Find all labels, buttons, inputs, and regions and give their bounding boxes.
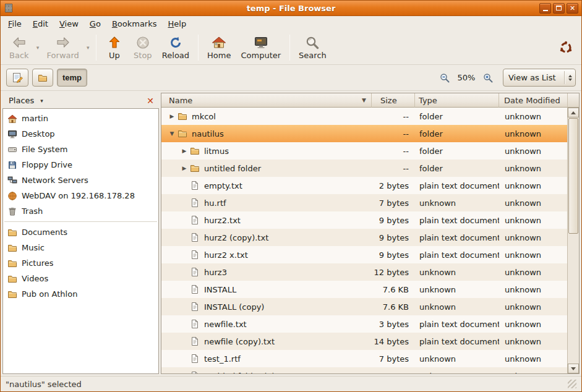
forward-icon (56, 35, 71, 50)
arrow-down-icon (571, 367, 576, 370)
file-row-test-1-rtf[interactable]: test_1.rtf7 bytesunknownunknown (161, 350, 567, 367)
place-desktop[interactable]: Desktop (3, 126, 158, 142)
cell-date-modified: unknown (499, 337, 567, 346)
current-folder-button[interactable]: temp (57, 69, 87, 87)
search-button[interactable]: Search (294, 33, 332, 63)
window-title: temp - File Browser (44, 4, 538, 13)
edit-location-icon (12, 72, 23, 83)
computer-button[interactable]: Computer (236, 33, 286, 63)
up-button[interactable]: Up (100, 33, 129, 63)
side-pane-selector[interactable]: Places ▾ (4, 95, 48, 106)
place-trash[interactable]: Trash (3, 203, 158, 219)
file-row-mkcol[interactable]: ▶mkcol--folderunknown (161, 108, 567, 125)
place-pictures[interactable]: Pictures (3, 255, 158, 271)
file-row-hurz2-x-txt[interactable]: hurz2 x.txt9 bytesplain text documentunk… (161, 246, 567, 263)
file-row-untitled-folder[interactable]: ▶untitled folder--folderunknown (161, 160, 567, 177)
file-name: test_1.rtf (204, 354, 241, 364)
cell-name: untitled folder (2) (161, 371, 372, 373)
column-header-name[interactable]: Name▼ (161, 93, 372, 108)
desktop-icon (7, 129, 17, 139)
cell-date-modified: unknown (499, 285, 567, 294)
window-icon (4, 3, 14, 13)
column-header-date-modified[interactable]: Date Modified (499, 93, 567, 108)
scrollbar-trough[interactable] (568, 117, 579, 364)
file-row-install[interactable]: INSTALL7.6 KBunknownunknown (161, 281, 567, 298)
place-pub-on-athlon[interactable]: Pub on Athlon (3, 286, 158, 302)
sort-indicator-icon: ▼ (362, 97, 366, 103)
close-side-pane-button[interactable]: ✕ (144, 96, 156, 105)
cell-type: unknown (415, 302, 499, 312)
maximize-button[interactable] (553, 3, 565, 14)
toolbar-separator (198, 35, 199, 61)
resize-grip[interactable] (568, 380, 576, 388)
view-as-combobox[interactable]: View as List (503, 69, 576, 87)
zoom-out-button[interactable] (438, 71, 451, 85)
cell-date-modified: unknown (499, 302, 567, 312)
menu-edit[interactable]: Edit (28, 17, 53, 30)
toolbar-button-label: Computer (241, 51, 281, 60)
vertical-scrollbar[interactable] (567, 108, 579, 373)
file-row-nautilus[interactable]: ▼nautilus--folderunknown (161, 125, 567, 142)
file-row-newfile-copy-txt[interactable]: newfile (copy).txt14 bytesplain text doc… (161, 333, 567, 350)
file-row-untitled-folder-2[interactable]: untitled folder (2)1.7 KBunknownunknown (161, 367, 567, 373)
menu-help[interactable]: Help (163, 17, 192, 30)
titlebar[interactable]: temp - File Browser ✕ (1, 1, 581, 16)
minimize-button[interactable] (539, 3, 551, 14)
side-pane: Places ▾ ✕ martinDesktopFile SystemFlopp… (2, 93, 159, 374)
place-file-system[interactable]: File System (3, 142, 158, 157)
file-row-hurz2-copy-txt[interactable]: hurz2 (copy).txt9 bytesplain text docume… (161, 229, 567, 246)
column-header-type[interactable]: Type (415, 93, 499, 108)
place-documents[interactable]: Documents (3, 224, 158, 240)
place-videos[interactable]: Videos (3, 271, 158, 286)
menu-go[interactable]: Go (85, 17, 106, 30)
statusbar: "nautilus" selected (1, 376, 581, 391)
cell-type: unknown (415, 198, 499, 208)
file-row-hu-rtf[interactable]: hu.rtf7 bytesunknownunknown (161, 194, 567, 211)
scroll-up-button[interactable] (568, 108, 579, 117)
back-history-dropdown[interactable]: ▾ (34, 33, 42, 63)
file-row-newfile-txt[interactable]: newfile.txt3 bytesplain text documentunk… (161, 315, 567, 333)
place-floppy-drive[interactable]: Floppy Drive (3, 157, 158, 173)
cell-name: empty.txt (161, 181, 372, 190)
menu-bookmarks[interactable]: Bookmarks (107, 17, 162, 30)
place-network-servers[interactable]: Network Servers (3, 173, 158, 188)
place-music[interactable]: Music (3, 240, 158, 255)
file-icon (190, 336, 200, 346)
forward-history-dropdown[interactable]: ▾ (84, 33, 92, 63)
expander-collapsed-icon[interactable]: ▶ (166, 113, 178, 119)
expander-collapsed-icon[interactable]: ▶ (179, 148, 190, 154)
file-icon (190, 371, 200, 373)
file-row-hurz2-txt[interactable]: hurz2.txt9 bytesplain text documentunkno… (161, 211, 567, 229)
menu-view[interactable]: View (54, 17, 83, 30)
column-header-label: Date Modified (504, 96, 560, 105)
place-label: Pub on Athlon (22, 289, 77, 299)
cell-type: folder (415, 147, 499, 156)
file-row-empty-txt[interactable]: empty.txt2 bytesplain text documentunkno… (161, 177, 567, 194)
zoom-in-button[interactable] (481, 71, 495, 85)
scroll-down-button[interactable] (568, 364, 579, 373)
reload-button[interactable]: Reload (157, 33, 194, 63)
file-icon (190, 319, 200, 329)
expander-expanded-icon[interactable]: ▼ (166, 130, 178, 137)
folder-icon (7, 258, 17, 268)
menu-file[interactable]: File (3, 17, 27, 30)
current-folder-label: temp (62, 73, 82, 82)
file-row-litmus[interactable]: ▶litmus--folderunknown (161, 142, 567, 160)
file-row-hurz3[interactable]: hurz312 bytesunknownunknown (161, 263, 567, 281)
root-folder-button[interactable] (32, 69, 53, 87)
cell-size: -- (372, 164, 415, 173)
edit-location-button[interactable] (6, 69, 28, 87)
cell-type: unknown (415, 268, 499, 277)
file-name: INSTALL (204, 285, 236, 294)
close-button[interactable]: ✕ (567, 3, 578, 14)
home-button[interactable]: Home (202, 33, 236, 63)
file-row-install-copy[interactable]: INSTALL (copy)7.6 KBunknownunknown (161, 298, 567, 315)
scrollbar-thumb[interactable] (568, 118, 578, 234)
place-webdav-on-192-168-178-28[interactable]: WebDAV on 192.168.178.28 (3, 188, 158, 203)
place-label: martin (22, 114, 48, 123)
header-corner (567, 93, 579, 108)
column-header-size[interactable]: Size (372, 93, 415, 108)
column-headers: Name▼SizeTypeDate Modified (161, 93, 567, 108)
expander-collapsed-icon[interactable]: ▶ (179, 165, 190, 171)
place-martin[interactable]: martin (3, 111, 158, 126)
